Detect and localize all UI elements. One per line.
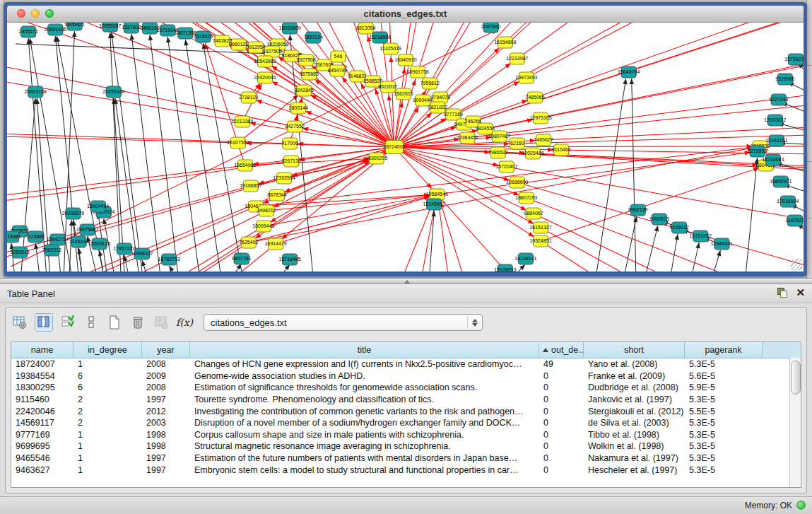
graph-node[interactable]: 16099449: [252, 221, 274, 232]
graph-node[interactable]: 19975887: [76, 224, 98, 235]
graph-node[interactable]: 16914479: [264, 238, 286, 250]
column-header-short[interactable]: short: [584, 342, 685, 358]
graph-node[interactable]: 9875685: [300, 69, 319, 80]
table-vertical-scrollbar[interactable]: [789, 358, 801, 487]
show-columns-icon[interactable]: [35, 313, 53, 332]
graph-node[interactable]: 14138141: [514, 253, 536, 264]
table-row[interactable]: 1872400712008Changes of HCN gene express…: [11, 358, 801, 370]
graph-node[interactable]: 9329966: [775, 74, 794, 85]
graph-node[interactable]: 546: [331, 51, 346, 62]
graph-node[interactable]: 7515526: [194, 31, 213, 42]
new-table-icon[interactable]: [106, 314, 123, 331]
graph-node[interactable]: 3915981: [7, 231, 21, 243]
graph-node[interactable]: 7986532: [488, 147, 507, 158]
graph-node[interactable]: 8878344: [267, 189, 286, 201]
graph-node[interactable]: 16961758: [406, 66, 428, 78]
graph-node[interactable]: 9050513: [649, 214, 669, 225]
graph-node[interactable]: 8427552: [285, 121, 304, 132]
graph-node[interactable]: 10655287: [99, 23, 121, 32]
table-selector-dropdown[interactable]: citations_edges.txt: [204, 314, 483, 331]
table-row[interactable]: 977716911998Corpus callosum shape and si…: [11, 429, 801, 441]
select-columns-icon[interactable]: [59, 314, 76, 331]
graph-node[interactable]: 9857791: [232, 253, 251, 264]
function-builder-icon[interactable]: f(x): [176, 314, 193, 331]
graph-node[interactable]: 7955812: [420, 78, 440, 89]
graph-node[interactable]: 2405572: [18, 26, 37, 37]
graph-node[interactable]: 7485065: [525, 92, 544, 103]
graph-node[interactable]: 20691406: [45, 24, 66, 35]
graph-node[interactable]: 12213987: [506, 53, 528, 64]
graph-node[interactable]: 8267130: [281, 156, 300, 167]
graph-node[interactable]: 18807293: [515, 192, 537, 204]
table-row[interactable]: 2242004622012Investigating the contribut…: [11, 405, 801, 417]
graph-node[interactable]: 1115682: [26, 231, 45, 243]
graph-node[interactable]: 1527602: [122, 23, 141, 33]
network-canvas[interactable]: 1872400774638229660128991295418226058932…: [7, 23, 804, 271]
graph-node[interactable]: 8215953: [748, 146, 767, 157]
window-resize-grip[interactable]: [791, 259, 802, 270]
graph-node[interactable]: 9245012: [669, 222, 688, 233]
graph-node[interactable]: 19524851: [529, 235, 551, 247]
panel-split-divider[interactable]: [0, 278, 812, 284]
graph-node[interactable]: 13505123: [88, 238, 110, 250]
column-header-name[interactable]: name: [11, 342, 73, 358]
graph-node[interactable]: 417006: [281, 138, 298, 149]
graph-node[interactable]: 15128053: [494, 264, 516, 271]
graph-node[interactable]: 9115460: [552, 144, 571, 156]
graph-node[interactable]: 20206576: [62, 208, 84, 219]
graph-node[interactable]: 12975105: [529, 112, 551, 124]
graph-node[interactable]: 7625402: [239, 237, 258, 248]
graph-node[interactable]: 7962312: [42, 245, 61, 256]
graph-node[interactable]: 9242845: [295, 85, 314, 96]
graph-node[interactable]: 9327508: [297, 54, 316, 66]
graph-node[interactable]: 2803144: [289, 103, 308, 114]
graph-node[interactable]: 11325419: [380, 43, 402, 54]
graph-node[interactable]: 9050515: [10, 247, 29, 258]
window-titlebar[interactable]: citations_edges.txt: [7, 6, 804, 23]
table-row[interactable]: 1456911722003Disruption of a novel membe…: [11, 417, 801, 429]
graph-node[interactable]: 7465627: [534, 134, 553, 146]
graph-node[interactable]: 1562615: [394, 88, 413, 100]
graph-node[interactable]: 2718129: [239, 92, 258, 103]
graph-node[interactable]: 1145194: [69, 236, 88, 247]
graph-node[interactable]: 8962139: [628, 204, 647, 216]
table-row[interactable]: 911546021997Tourette syndrome. Phenomeno…: [11, 394, 801, 406]
float-panel-icon[interactable]: [777, 288, 787, 298]
graph-node[interactable]: 8454749: [328, 65, 347, 76]
graph-node[interactable]: 62160: [510, 138, 524, 149]
graph-node[interactable]: 10688609: [506, 177, 528, 188]
graph-node[interactable]: 16640910: [394, 54, 416, 66]
graph-node[interactable]: 15720407: [495, 161, 517, 173]
graph-node[interactable]: 16107552: [227, 137, 249, 148]
column-header-in-degree[interactable]: in_degree: [73, 342, 142, 358]
graph-node[interactable]: 15718485: [279, 254, 301, 265]
graph-node[interactable]: 7857224: [304, 32, 323, 43]
graph-node[interactable]: 12353594: [273, 173, 295, 184]
graph-node[interactable]: 8813054: [356, 23, 375, 34]
graph-node[interactable]: 2087682: [481, 23, 500, 33]
column-settings-icon[interactable]: [11, 314, 28, 331]
graph-node[interactable]: 15751074: [784, 54, 804, 65]
graph-node[interactable]: 18724007: [383, 141, 405, 154]
column-header-title[interactable]: title: [190, 342, 539, 358]
close-panel-icon[interactable]: ✕: [796, 288, 805, 298]
column-header-year[interactable]: year: [142, 342, 190, 358]
column-header-out-degree[interactable]: out_de…: [539, 342, 584, 358]
graph-node[interactable]: 9884067: [524, 208, 543, 219]
graph-node[interactable]: 3498212: [257, 205, 276, 216]
delete-rows-trash-icon[interactable]: [129, 314, 146, 331]
table-row[interactable]: 1830029562008Estimation of significance …: [11, 382, 801, 394]
graph-node[interactable]: 16053809: [279, 23, 301, 34]
graph-node[interactable]: 12944421: [711, 238, 733, 250]
column-header-pagerank[interactable]: pagerank: [685, 342, 763, 358]
table-row[interactable]: 969969511998Structural magnetic resonanc…: [11, 440, 801, 452]
graph-node[interactable]: 18654982: [234, 160, 256, 171]
graph-node[interactable]: 1167533: [786, 215, 804, 226]
row-height-icon[interactable]: [83, 314, 100, 331]
table-row[interactable]: 1938455462009Genome-wide association stu…: [11, 370, 801, 382]
graph-node[interactable]: 9227343: [769, 94, 788, 105]
graph-node[interactable]: 9605425: [65, 23, 84, 30]
scrollbar-thumb[interactable]: [791, 361, 801, 395]
table-row[interactable]: 946362711997Embryonic stem cells: a mode…: [11, 464, 801, 476]
table-row[interactable]: 946554611997Estimation of the future num…: [11, 452, 801, 465]
